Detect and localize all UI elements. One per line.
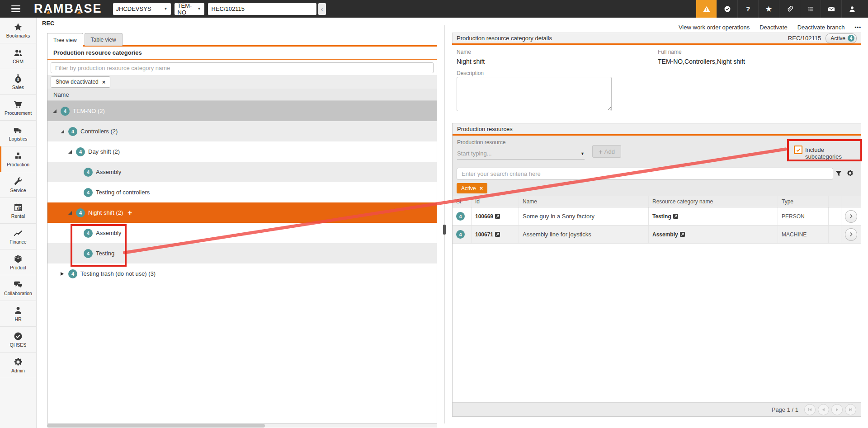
sidebar-item-production[interactable]: Production [0, 146, 36, 172]
sidebar-item-crm[interactable]: CRM [0, 43, 36, 69]
page-last-button[interactable] [845, 404, 856, 415]
document-search-input[interactable] [208, 3, 316, 15]
resource-search-input[interactable] [457, 168, 833, 180]
sidebar-item-admin[interactable]: Admin [0, 353, 36, 378]
topbar-help-button[interactable]: ? [737, 0, 758, 18]
sidebar-item-bookmarks[interactable]: Bookmarks [0, 18, 36, 43]
collaboration-icon [13, 280, 23, 290]
show-deactivated-chip[interactable]: Show deactivated × [51, 76, 110, 88]
sidebar-item-finance[interactable]: Finance [0, 224, 36, 249]
page-title: REC [42, 20, 54, 27]
open-link-icon[interactable] [495, 232, 500, 237]
open-link-icon[interactable] [673, 214, 678, 219]
sidebar-item-sales[interactable]: $Sales [0, 69, 36, 95]
add-subcategory-icon[interactable]: + [127, 208, 132, 217]
sidebar-item-service[interactable]: Service [0, 172, 36, 198]
logo-letter: A [44, 3, 54, 15]
add-resource-button[interactable]: + Add [592, 145, 621, 158]
gear-icon[interactable] [846, 169, 854, 177]
scrollbar-thumb[interactable] [47, 424, 265, 428]
cell-type: MACHINE [778, 226, 829, 243]
category-filter-input[interactable] [51, 62, 434, 73]
tab-tree-view[interactable]: Tree view [47, 33, 83, 47]
filter-funnel-icon[interactable] [835, 170, 842, 177]
open-link-icon[interactable] [680, 232, 685, 237]
category-name: Assembly [652, 231, 678, 238]
collapse-icon[interactable] [61, 130, 67, 133]
production-resource-combobox[interactable]: Start typing... ▼ [457, 148, 585, 160]
tree-node-assembly[interactable]: 4Assembly [47, 223, 437, 243]
sales-icon: $ [13, 74, 23, 84]
topbar-alert-button[interactable] [696, 0, 717, 18]
production-icon [13, 151, 23, 161]
description-textarea[interactable] [457, 77, 612, 111]
collapse-icon[interactable] [53, 109, 59, 113]
tree-node-testing-trash-do-not-use-3[interactable]: 4Testing trash (do not use) (3) [47, 263, 437, 284]
action-deactivate-branch[interactable]: Deactivate branch [797, 24, 845, 31]
cell-open [841, 207, 861, 225]
open-row-button[interactable] [845, 228, 857, 241]
sidebar-item-qhses[interactable]: QHSES [0, 327, 36, 353]
collapse-icon[interactable] [68, 211, 75, 215]
production-resources-section: Production resources Production resource… [452, 123, 861, 417]
tree-node-testing-of-controllers[interactable]: 4Testing of controllers [47, 182, 437, 202]
sidebar-item-procurement[interactable]: Procurement [0, 95, 36, 121]
include-subcategories-checkbox[interactable] [794, 146, 802, 154]
active-filter-chip[interactable]: Active × [457, 183, 487, 193]
table-row[interactable]: 4100671Assembly line for joysticksAssemb… [453, 226, 861, 244]
chevron-down-icon: ▼ [198, 7, 201, 11]
table-row[interactable]: 4100669Some guy in a Sony factoryTesting… [453, 207, 861, 226]
back-button[interactable]: ‹ [318, 3, 326, 15]
sidebar-item-product[interactable]: Product [0, 249, 36, 275]
cell-status: 4 [453, 207, 472, 225]
module-sidebar: BookmarksCRM$SalesProcurementLogisticsPr… [0, 18, 37, 428]
page-previous-button[interactable] [818, 404, 829, 415]
tree-node-day-shift-2[interactable]: 4Day shift (2) [47, 141, 437, 162]
tree-column-header: Name [47, 89, 437, 101]
system-select[interactable]: JHCDEVSYS ▼ [113, 3, 171, 15]
tree-node-label: Day shift (2) [88, 148, 120, 155]
remove-chip-icon[interactable]: × [102, 79, 106, 85]
procurement-icon [13, 99, 23, 109]
page-first-button[interactable] [804, 404, 816, 415]
action-deactivate[interactable]: Deactivate [760, 24, 787, 31]
sidebar-item-label: Rental [11, 213, 25, 219]
topbar-mail-button[interactable] [821, 0, 841, 18]
topbar-attachment-button[interactable] [779, 0, 800, 18]
cell-category: Testing [649, 207, 778, 225]
remove-chip-icon[interactable]: × [480, 185, 483, 192]
sidebar-item-logistics[interactable]: Logistics [0, 121, 36, 146]
sidebar-item-collaboration[interactable]: Collaboration [0, 275, 36, 301]
splitter-handle[interactable] [443, 225, 446, 235]
category-tree: 4TEM-NO (2)4Controllers (2)4Day shift (2… [47, 101, 437, 284]
tree-node-tem-no-2[interactable]: 4TEM-NO (2) [47, 101, 437, 121]
topbar-approval-button[interactable] [717, 0, 737, 18]
sidebar-item-label: Bookmarks [6, 33, 30, 38]
tree-node-night-shift-2[interactable]: 4Night shift (2)+ [47, 202, 437, 223]
company-select[interactable]: TEM-NO ▼ [175, 3, 204, 15]
page-next-button[interactable] [831, 404, 843, 415]
status-badge: 4 [848, 35, 854, 42]
svg-text:$: $ [18, 207, 20, 211]
topbar-tasks-button[interactable] [800, 0, 821, 18]
sidebar-item-rental[interactable]: $Rental [0, 198, 36, 224]
pager-buttons [804, 404, 856, 415]
tree-node-controllers-2[interactable]: 4Controllers (2) [47, 121, 437, 141]
topbar-favorites-button[interactable]: ★ [758, 0, 779, 18]
sidebar-item-hr[interactable]: HR [0, 301, 36, 327]
open-row-button[interactable] [845, 210, 857, 223]
more-actions-button[interactable]: ••• [854, 24, 861, 30]
open-link-icon[interactable] [495, 214, 500, 219]
expand-icon[interactable] [61, 272, 67, 276]
name-value[interactable]: Night shift [457, 58, 685, 68]
tree-node-assembly[interactable]: 4Assembly [47, 162, 437, 182]
horizontal-scrollbar[interactable] [47, 424, 437, 428]
cell-id: 100671 [472, 226, 519, 243]
tree-node-testing[interactable]: 4Testing [47, 243, 437, 263]
action-view-work-order-operations[interactable]: View work order operations [679, 24, 750, 31]
tab-table-view[interactable]: Table view [85, 33, 123, 46]
category-name: Testing [652, 213, 671, 220]
topbar-user-button[interactable] [841, 0, 862, 18]
hamburger-menu-icon[interactable] [11, 5, 20, 13]
collapse-icon[interactable] [68, 150, 75, 154]
